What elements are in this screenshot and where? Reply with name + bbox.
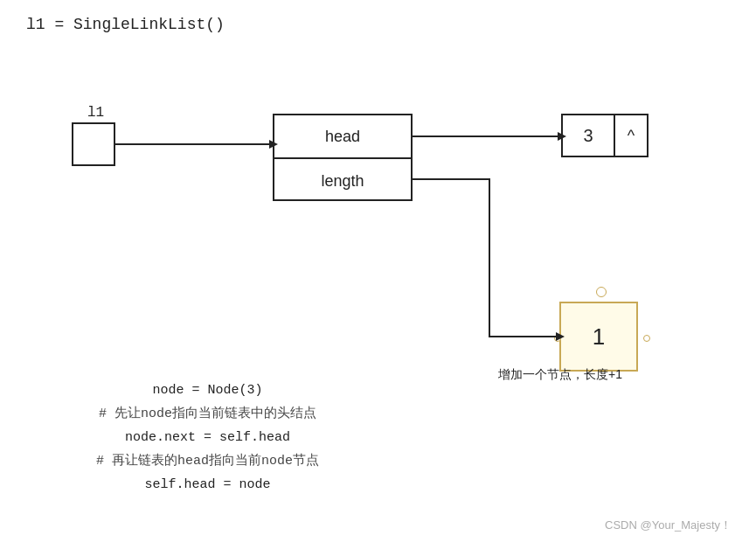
length-cell: length <box>274 159 411 203</box>
code-line-1: node = Node(3) <box>96 379 319 402</box>
node1-dot-right <box>643 335 650 342</box>
node3-next: ^ <box>615 115 647 156</box>
code-block: node = Node(3) # 先让node指向当前链表中的头结点 node.… <box>96 379 319 497</box>
annotation-text: 增加一个节点，长度+1 <box>498 367 622 383</box>
code-line-2: # 先让node指向当前链表中的头结点 <box>96 402 319 426</box>
l1-box <box>72 122 115 166</box>
node1-box: 1 <box>559 302 638 372</box>
node3-box: 3 ^ <box>561 114 648 157</box>
watermark: CSDN @Your_Majesty！ <box>605 518 732 533</box>
code-line-3: node.next = self.head <box>96 426 319 449</box>
l1-label: l1 <box>87 105 104 121</box>
node3-data: 3 <box>563 115 615 156</box>
node1-top-circle <box>596 287 607 297</box>
node1-dot-left <box>554 335 561 342</box>
code-line-5: self.head = node <box>96 473 319 497</box>
head-cell: head <box>274 115 411 159</box>
code-line-4: # 再让链表的head指向当前node节点 <box>96 449 319 473</box>
main-box: head length <box>273 114 413 201</box>
page-title: l1 = SingleLinkList() <box>26 16 225 33</box>
